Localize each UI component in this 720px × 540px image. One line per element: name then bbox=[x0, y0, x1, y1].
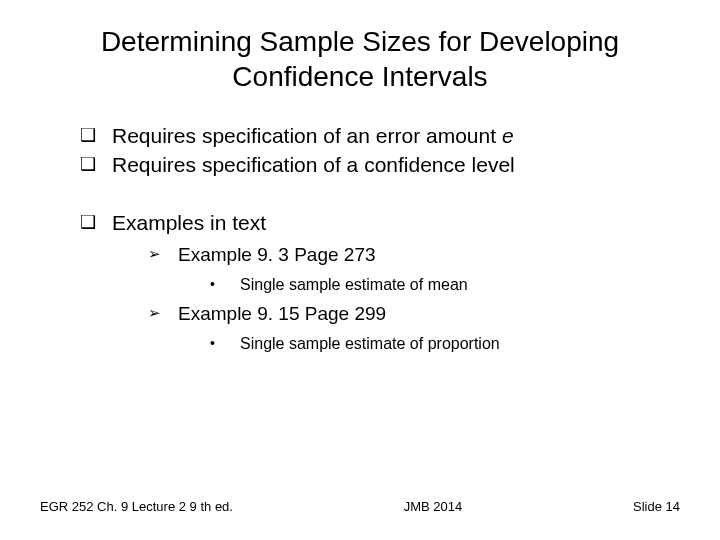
arrow-bullet-icon: ➢ bbox=[148, 301, 178, 325]
dot-bullet-icon: • bbox=[210, 274, 240, 295]
bullet-item: ❑ Requires specification of a confidence… bbox=[80, 151, 680, 178]
arrow-bullet-icon: ➢ bbox=[148, 242, 178, 266]
bullet-item: ➢ Example 9. 3 Page 273 bbox=[148, 242, 680, 268]
dot-bullet-icon: • bbox=[210, 333, 240, 354]
bullet-list-level3: • Single sample estimate of mean bbox=[210, 274, 680, 296]
square-bullet-icon: ❑ bbox=[80, 122, 112, 149]
bullet-text: Single sample estimate of proportion bbox=[240, 333, 500, 355]
footer-left: EGR 252 Ch. 9 Lecture 2 9 th ed. bbox=[40, 499, 233, 514]
bullet-item: ❑ Requires specification of an error amo… bbox=[80, 122, 680, 149]
bullet-text: Example 9. 15 Page 299 bbox=[178, 301, 386, 327]
bullet-list-level1: ❑ Requires specification of an error amo… bbox=[80, 122, 680, 179]
bullet-text: Requires specification of an error amoun… bbox=[112, 122, 514, 149]
bullet-list-level1: ❑ Examples in text bbox=[80, 209, 680, 236]
bullet-list-level2: ➢ Example 9. 15 Page 299 bbox=[148, 301, 680, 327]
slide-footer: EGR 252 Ch. 9 Lecture 2 9 th ed. JMB 201… bbox=[40, 499, 680, 514]
footer-center: JMB 2014 bbox=[404, 499, 463, 514]
bullet-text: Examples in text bbox=[112, 209, 266, 236]
bullet-text: Example 9. 3 Page 273 bbox=[178, 242, 376, 268]
square-bullet-icon: ❑ bbox=[80, 209, 112, 236]
bullet-item: • Single sample estimate of mean bbox=[210, 274, 680, 296]
bullet-item: ❑ Examples in text bbox=[80, 209, 680, 236]
bullet-text: Requires specification of a confidence l… bbox=[112, 151, 515, 178]
slide-title: Determining Sample Sizes for Developing … bbox=[40, 24, 680, 94]
bullet-text: Single sample estimate of mean bbox=[240, 274, 468, 296]
footer-right: Slide 14 bbox=[633, 499, 680, 514]
bullet-item: ➢ Example 9. 15 Page 299 bbox=[148, 301, 680, 327]
bullet-item: • Single sample estimate of proportion bbox=[210, 333, 680, 355]
square-bullet-icon: ❑ bbox=[80, 151, 112, 178]
bullet-list-level2: ➢ Example 9. 3 Page 273 bbox=[148, 242, 680, 268]
bullet-list-level3: • Single sample estimate of proportion bbox=[210, 333, 680, 355]
